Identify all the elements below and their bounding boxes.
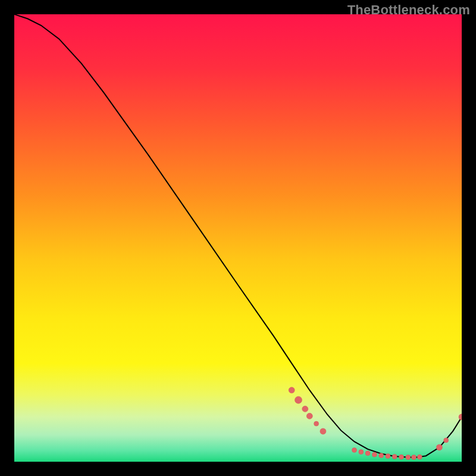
gradient-background [14,14,462,462]
data-marker [365,451,370,456]
data-marker [444,438,449,443]
data-marker [352,447,357,452]
data-marker [436,444,442,450]
data-marker [417,455,422,459]
data-marker [314,421,319,426]
data-marker [289,387,295,393]
data-marker [320,428,326,434]
data-marker [372,452,377,457]
data-marker [302,406,308,412]
chart-svg [14,14,462,462]
data-marker [392,454,397,459]
data-marker [386,454,390,459]
chart-frame: TheBottleneck.com [0,0,476,476]
data-marker [412,455,416,460]
data-marker [295,396,302,403]
data-marker [399,455,404,459]
data-marker [379,453,384,458]
data-marker [359,450,364,455]
plot-area [14,14,462,462]
data-marker [306,413,312,419]
watermark-label: TheBottleneck.com [347,2,470,18]
data-marker [406,455,411,460]
